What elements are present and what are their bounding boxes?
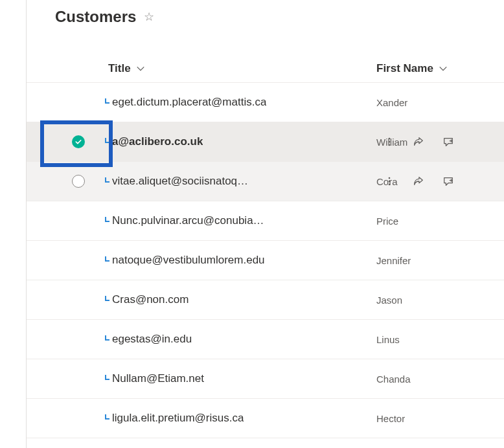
title-cell[interactable]: ligula.elit.pretium@risus.ca [104, 412, 376, 425]
new-item-icon [104, 375, 112, 383]
title-cell[interactable]: eget.dictum.placerat@mattis.ca [104, 96, 376, 109]
column-header-first-name-label: First Name [376, 62, 433, 75]
row-first-name: Jason [376, 295, 402, 306]
row-first-name: Linus [376, 334, 400, 345]
customers-table: Title First Name eget.dictum.placerat@ma… [27, 54, 504, 438]
table-row[interactable]: a@aclibero.co.ukWilliam [27, 122, 504, 162]
row-title: Nunc.pulvinar.arcu@conubianostraper.edu [112, 214, 268, 227]
row-first-name: Chanda [376, 374, 411, 385]
title-cell[interactable]: a@aclibero.co.uk [104, 135, 376, 148]
table-row[interactable]: Nunc.pulvinar.arcu@conubianostraper.eduP… [27, 201, 504, 241]
svg-point-7 [389, 184, 391, 186]
new-item-icon [104, 296, 112, 304]
title-cell[interactable]: natoque@vestibulumlorem.edu [104, 254, 376, 267]
new-item-icon [104, 217, 112, 225]
row-title: Cras@non.com [112, 293, 189, 306]
row-title: egestas@in.edu [112, 333, 192, 346]
row-first-name: Hector [376, 413, 405, 424]
row-select-cell [55, 135, 104, 148]
chevron-down-icon [439, 64, 448, 73]
svg-point-6 [389, 181, 391, 183]
row-title: eget.dictum.placerat@mattis.ca [112, 96, 266, 109]
comment-icon[interactable] [442, 175, 454, 187]
column-header-title-label: Title [108, 62, 131, 75]
new-item-icon [104, 177, 112, 185]
row-select-radio[interactable] [72, 175, 85, 188]
table-row[interactable]: ligula.elit.pretium@risus.caHector [27, 399, 504, 438]
svg-point-0 [389, 138, 391, 140]
more-actions-icon[interactable] [384, 137, 395, 147]
column-header-title[interactable]: Title [104, 62, 376, 75]
favorite-star-icon[interactable]: ☆ [144, 10, 154, 24]
page-title: Customers [55, 8, 136, 26]
row-title: vitae.aliquet@sociisnatoq… [112, 175, 248, 188]
svg-point-1 [389, 141, 391, 143]
title-cell[interactable]: egestas@in.edu [104, 333, 376, 346]
svg-point-2 [389, 144, 391, 146]
row-first-name: Price [376, 216, 398, 227]
row-first-name: Xander [376, 97, 407, 108]
table-row[interactable]: Cras@non.comJason [27, 280, 504, 320]
row-title: Nullam@Etiam.net [112, 372, 204, 385]
row-actions [384, 175, 454, 187]
new-item-icon [104, 98, 112, 106]
new-item-icon [104, 256, 112, 264]
share-icon[interactable] [413, 175, 424, 187]
new-item-icon [104, 414, 112, 422]
row-actions [384, 136, 454, 148]
table-row[interactable]: egestas@in.eduLinus [27, 320, 504, 359]
svg-point-5 [389, 177, 391, 179]
comment-icon[interactable] [442, 136, 454, 148]
share-icon[interactable] [413, 136, 424, 148]
new-item-icon [104, 335, 112, 343]
row-title: natoque@vestibulumlorem.edu [112, 254, 265, 267]
table-row[interactable]: natoque@vestibulumlorem.eduJennifer [27, 241, 504, 280]
title-cell[interactable]: Nullam@Etiam.net [104, 372, 376, 385]
row-title: a@aclibero.co.uk [112, 135, 203, 148]
row-select-checked-icon[interactable] [72, 135, 85, 148]
table-row[interactable]: Nullam@Etiam.netChanda [27, 359, 504, 399]
row-title: ligula.elit.pretium@risus.ca [112, 412, 244, 425]
column-header-first-name[interactable]: First Name [376, 62, 448, 75]
page-header: Customers ☆ [27, 8, 504, 26]
table-row[interactable]: vitae.aliquet@sociisnatoq…Cora [27, 162, 504, 201]
title-cell[interactable]: Cras@non.com [104, 293, 376, 306]
row-first-name: Jennifer [376, 255, 411, 266]
row-select-cell [55, 175, 104, 188]
more-actions-icon[interactable] [384, 176, 395, 186]
chevron-down-icon [136, 64, 145, 73]
title-cell[interactable]: vitae.aliquet@sociisnatoq… [104, 175, 376, 188]
table-header-row: Title First Name [27, 54, 504, 83]
table-row[interactable]: eget.dictum.placerat@mattis.caXander [27, 83, 504, 122]
new-item-icon [104, 138, 112, 146]
title-cell[interactable]: Nunc.pulvinar.arcu@conubianostraper.edu [104, 214, 376, 227]
